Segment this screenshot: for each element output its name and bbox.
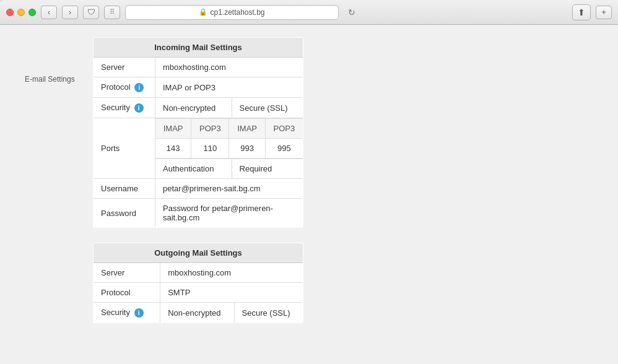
ports-label: Ports (94, 118, 155, 179)
back-icon: ‹ (48, 8, 50, 17)
shield-button[interactable]: 🛡 (83, 6, 99, 19)
url-text: cp1.zettahost.bg (210, 8, 264, 17)
incoming-mail-title: Incoming Mail Settings (94, 38, 303, 58)
minimize-button[interactable] (17, 9, 25, 16)
back-button[interactable]: ‹ (41, 6, 57, 19)
outgoing-server-label: Server (94, 263, 160, 283)
grid-icon: ⠿ (110, 8, 115, 16)
table-row: Server mboxhosting.com (94, 58, 303, 77)
protocol-info-icon[interactable]: i (134, 83, 144, 92)
refresh-icon: ↻ (348, 7, 355, 17)
server-value: mboxhosting.com (155, 58, 303, 77)
share-button[interactable]: ⬆ (572, 4, 591, 20)
new-tab-icon: + (601, 7, 606, 17)
imap-header1: IMAP (155, 119, 191, 139)
forward-button[interactable]: › (62, 6, 78, 19)
table-row: Protocol i IMAP or POP3 (94, 77, 303, 98)
lock-icon: 🔒 (199, 8, 207, 16)
outgoing-security-info-icon[interactable]: i (134, 308, 144, 318)
protocol-value: IMAP or POP3 (155, 77, 303, 98)
table-row: Security i Non-encrypted Secure (SSL) (94, 303, 303, 323)
security-label: Security i (94, 98, 155, 118)
share-icon: ⬆ (578, 7, 585, 17)
incoming-mail-table: Incoming Mail Settings Server mboxhostin… (93, 37, 303, 228)
imap-port1: 143 (155, 139, 191, 158)
imap-port2: 993 (229, 139, 265, 158)
new-tab-button[interactable]: + (596, 6, 612, 19)
table-row: Password Password for petar@primeren-sai… (94, 199, 303, 228)
page-content: E-mail Settings Incoming Mail Settings S… (0, 25, 618, 364)
outgoing-mail-table: Outgoing Mail Settings Server mboxhostin… (93, 243, 303, 323)
table-row: Server mboxhosting.com (94, 263, 303, 283)
ports-value-row: 143 110 993 995 (155, 139, 303, 158)
outgoing-security-label: Security i (94, 303, 160, 323)
shield-icon: 🛡 (87, 7, 95, 17)
ports-header-row: IMAP POP3 IMAP POP3 (155, 119, 303, 139)
security-value2: Secure (SSL) (232, 98, 303, 118)
ports-sub-table: IMAP POP3 IMAP POP3 143 110 993 995 (155, 118, 303, 158)
table-row: Security i Non-encrypted Secure (SSL) (94, 98, 303, 118)
username-label: Username (94, 179, 155, 199)
pop3-header1: POP3 (191, 119, 229, 139)
address-bar[interactable]: 🔒 cp1.zettahost.bg (125, 5, 339, 20)
fullscreen-button[interactable] (28, 9, 36, 16)
outgoing-protocol-label: Protocol (94, 283, 160, 303)
grid-button[interactable]: ⠿ (104, 6, 120, 19)
outgoing-mail-title: Outgoing Mail Settings (94, 243, 303, 263)
password-value: Password for petar@primeren-sait.bg.cm (155, 199, 303, 228)
pop3-port2: 995 (265, 139, 303, 158)
outgoing-security-value1: Non-encrypted (160, 303, 234, 323)
outgoing-server-value: mboxhosting.com (160, 263, 303, 283)
pop3-port1: 110 (191, 139, 229, 158)
security-info-icon[interactable]: i (134, 103, 144, 113)
email-settings-label: E-mail Settings (25, 75, 75, 84)
ports-row: Ports IMAP POP3 IMAP POP3 143 (94, 118, 303, 159)
outgoing-protocol-value: SMTP (160, 283, 303, 303)
table-row: Username petar@primeren-sait.bg.cm (94, 179, 303, 199)
auth-value: Required (232, 159, 303, 179)
traffic-lights (6, 9, 36, 16)
forward-icon: › (69, 8, 71, 17)
browser-chrome: ‹ › 🛡 ⠿ 🔒 cp1.zettahost.bg ↻ ⬆ + (0, 0, 618, 25)
pop3-header2: POP3 (265, 119, 303, 139)
auth-label: Authentication (155, 159, 232, 179)
refresh-button[interactable]: ↻ (344, 6, 360, 19)
username-value: petar@primeren-sait.bg.cm (155, 179, 303, 199)
protocol-label: Protocol i (94, 77, 155, 98)
password-label: Password (94, 199, 155, 228)
outgoing-security-value2: Secure (SSL) (234, 303, 303, 323)
server-label: Server (94, 58, 155, 77)
close-button[interactable] (6, 9, 14, 16)
imap-header2: IMAP (229, 119, 265, 139)
table-row: Protocol SMTP (94, 283, 303, 303)
security-value1: Non-encrypted (155, 98, 232, 118)
